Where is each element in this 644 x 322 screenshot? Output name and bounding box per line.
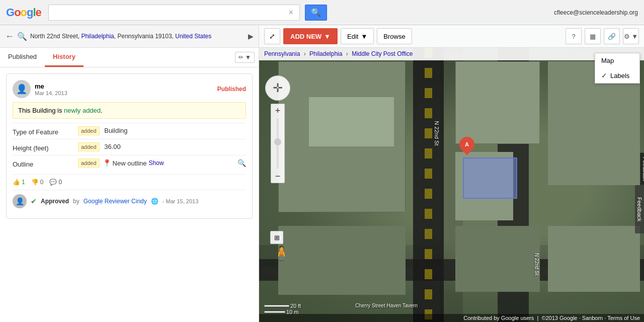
- approved-icon: ✔: [31, 197, 37, 205]
- search-button[interactable]: 🔍: [305, 5, 327, 21]
- added-tag-height: added: [78, 142, 100, 151]
- thumbs-up-button[interactable]: 👍 1: [13, 179, 25, 186]
- edit-button[interactable]: Edit ▼: [341, 28, 374, 44]
- field-value-outline: added 📍 New outline Show 🔍: [78, 158, 246, 168]
- map-image: Pennsylvania › Philadelphia › Middle Cit…: [259, 48, 644, 322]
- content-area: 👤 me Mar 14, 2013 Published This Buildin…: [0, 67, 259, 322]
- tabs-bar: Published History ✏ ▼: [0, 48, 259, 67]
- street-view-button[interactable]: ⊞: [270, 231, 283, 244]
- feedback-sidebar[interactable]: Feedback: [635, 185, 644, 233]
- thumbs-down-icon: 👎: [31, 179, 39, 186]
- map-pin: A: [459, 137, 474, 152]
- expand-map-button[interactable]: ⤢: [264, 28, 280, 44]
- reviewer-link[interactable]: Google Reviewer Cindy: [84, 198, 147, 205]
- breadcrumb-sep-2: ›: [346, 50, 348, 57]
- map-dropdown: Map ✓ Labels: [595, 53, 640, 84]
- comment-icon: 💬: [49, 179, 57, 186]
- breadcrumb-location-link[interactable]: Middle City Post Office: [352, 50, 413, 57]
- pegman-icon[interactable]: 🧍: [273, 245, 290, 262]
- clear-icon[interactable]: ×: [287, 8, 295, 17]
- field-row-type: Type of Feature added Building: [13, 123, 246, 139]
- map-panel: ⤢ ADD NEW ▼ Edit ▼ Browse ? ▦ 🔗 ⚙ ▼: [259, 25, 644, 322]
- address-philadelphia-link[interactable]: Philadelphia: [81, 33, 114, 40]
- thumbs-down-button[interactable]: 👎 0: [31, 179, 44, 186]
- thumbs-down-count: 0: [40, 179, 44, 186]
- breadcrumb-state-link[interactable]: Pennsylvania: [264, 50, 300, 57]
- map-controls: ✛ + −: [265, 75, 290, 183]
- entry-username: me: [35, 83, 217, 90]
- browser-bar: Google × 🔍 cfleece@scienceleadership.org: [0, 0, 644, 25]
- thumbs-up-count: 1: [22, 179, 25, 186]
- link-button[interactable]: 🔗: [604, 28, 620, 44]
- collapse-panel-button[interactable]: ▶: [248, 32, 254, 40]
- comment-button[interactable]: 💬 0: [49, 179, 62, 186]
- map-scale: 20 ft 10 m: [264, 303, 301, 315]
- map-dropdown-item-labels[interactable]: ✓ Labels: [595, 68, 639, 83]
- navigation-pad[interactable]: ✛: [265, 75, 290, 101]
- layers-button[interactable]: ▦: [585, 28, 601, 44]
- field-value-type: added Building: [78, 126, 246, 135]
- edit-label: Edit: [347, 33, 358, 40]
- tab-history[interactable]: History: [45, 48, 84, 67]
- google-logo: Google: [6, 6, 41, 19]
- map-option-label: Map: [601, 57, 614, 64]
- field-row-height: Height (feet) added 36.00: [13, 139, 246, 155]
- entry-header: 👤 me Mar 14, 2013 Published: [13, 80, 246, 98]
- field-label-type: Type of Feature: [13, 126, 78, 136]
- zoom-out-button[interactable]: −: [271, 170, 284, 183]
- field-text-height: 36.00: [104, 143, 121, 150]
- contributed-bar: Contributed by Google users | ©2013 Goog…: [259, 314, 644, 322]
- road-stripe: [425, 48, 432, 322]
- building-block-5: [278, 226, 405, 294]
- field-label-height: Height (feet): [13, 142, 78, 152]
- address-text: North 22nd Street, Philadelphia, Pennsyl…: [30, 33, 211, 40]
- zoom-handle[interactable]: [274, 138, 281, 145]
- tab-actions: ✏ ▼: [235, 48, 259, 67]
- zoom-slider: + −: [271, 104, 285, 183]
- tab-published[interactable]: Published: [0, 48, 45, 67]
- browse-button[interactable]: Browse: [377, 28, 412, 44]
- added-tag-type: added: [78, 126, 100, 135]
- show-outline-link[interactable]: Show: [149, 159, 164, 167]
- reactions-bar: 👍 1 👎 0 💬 0: [13, 174, 246, 190]
- street-label-cherry: Cherry Street Haven Tavern: [355, 303, 418, 308]
- add-new-button[interactable]: ADD NEW ▼: [283, 28, 338, 44]
- description-text: This Building is: [18, 107, 64, 114]
- search-icon-small: 🔍: [17, 32, 27, 41]
- settings-button[interactable]: ⚙ ▼: [623, 28, 639, 44]
- search-bar: ×: [48, 5, 300, 21]
- add-new-label: ADD NEW: [290, 33, 321, 40]
- add-new-arrow-icon: ▼: [324, 33, 331, 40]
- back-button[interactable]: ←: [5, 31, 14, 42]
- entry-card: 👤 me Mar 14, 2013 Published This Buildin…: [6, 73, 253, 219]
- field-label-outline: Outline: [13, 158, 78, 168]
- edit-icon-button[interactable]: ✏ ▼: [235, 52, 255, 63]
- main-container: ← 🔍 North 22nd Street, Philadelphia, Pen…: [0, 25, 644, 322]
- breadcrumb-city-link[interactable]: Philadelphia: [309, 50, 342, 57]
- edit-arrow-icon: ▼: [361, 33, 367, 40]
- avatar: 👤: [13, 80, 31, 98]
- map-dropdown-item-map[interactable]: Map: [595, 53, 639, 68]
- added-tag-outline: added: [78, 158, 100, 168]
- attribution-text: ©2013 Google · Sanborn · Terms of Use: [541, 315, 640, 321]
- street-label-22: N 22nd St: [534, 253, 539, 275]
- search-input[interactable]: [53, 9, 287, 16]
- building-block-7: [548, 226, 640, 292]
- scale-ruler-meters: [264, 311, 285, 313]
- scale-feet-label: 20 ft: [290, 303, 301, 309]
- review-date: - Mar 15, 2013: [163, 198, 199, 204]
- building-block-6: [455, 226, 540, 292]
- approval-row: 👤 ✔ Approved by Google Reviewer Cindy 🌐 …: [13, 190, 246, 212]
- pin-letter: A: [465, 141, 469, 147]
- feedback-tab[interactable]: Feedback: [640, 152, 644, 185]
- field-row-outline: Outline added 📍 New outline Show 🔍: [13, 155, 246, 171]
- approved-label: Approved: [41, 198, 69, 205]
- scale-ruler-feet: [264, 305, 289, 307]
- description-highlight: newly added: [64, 107, 101, 114]
- help-button[interactable]: ?: [566, 28, 582, 44]
- address-country-link[interactable]: United States: [175, 33, 211, 40]
- search-outline-icon[interactable]: 🔍: [237, 159, 246, 167]
- zoom-in-button[interactable]: +: [271, 104, 284, 117]
- by-text: by: [73, 198, 79, 205]
- thumbs-up-icon: 👍: [13, 179, 20, 186]
